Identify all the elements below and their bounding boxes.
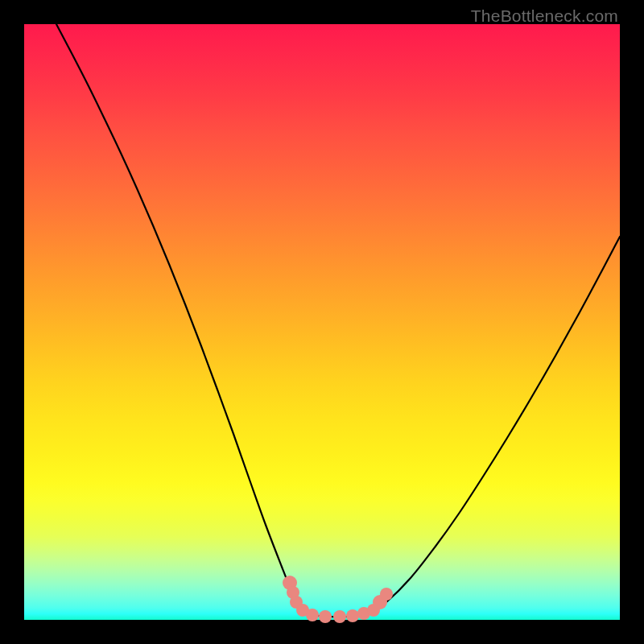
gradient-background (24, 24, 620, 620)
watermark-text: TheBottleneck.com (471, 6, 618, 26)
chart-canvas: TheBottleneck.com (0, 0, 644, 644)
